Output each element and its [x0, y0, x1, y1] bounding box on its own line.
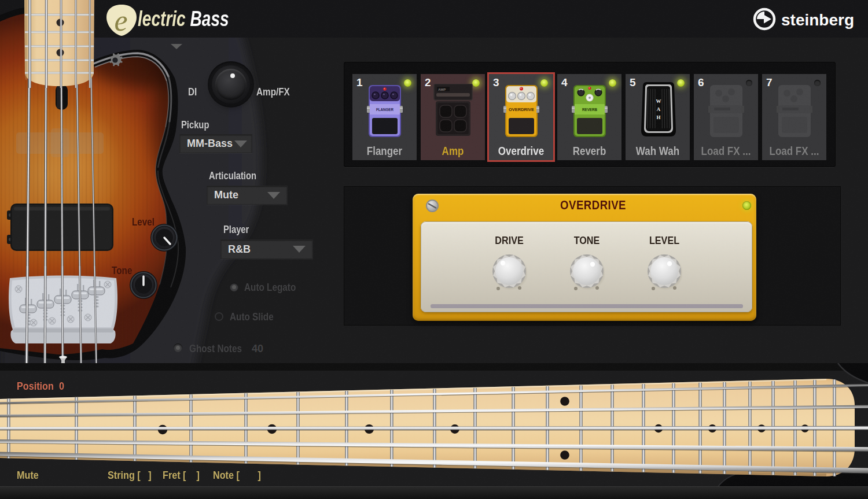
- svg-text:H: H: [656, 114, 660, 120]
- svg-text:e: e: [114, 4, 127, 37]
- svg-text:AMP: AMP: [438, 88, 446, 91]
- svg-text:A: A: [657, 106, 661, 112]
- svg-text:W: W: [656, 98, 661, 104]
- svg-text:steinberg: steinberg: [781, 11, 854, 29]
- svg-text:OVERDRIVE: OVERDRIVE: [509, 108, 534, 112]
- svg-text:FLANGER: FLANGER: [376, 108, 393, 112]
- svg-text:REVERB: REVERB: [582, 108, 597, 112]
